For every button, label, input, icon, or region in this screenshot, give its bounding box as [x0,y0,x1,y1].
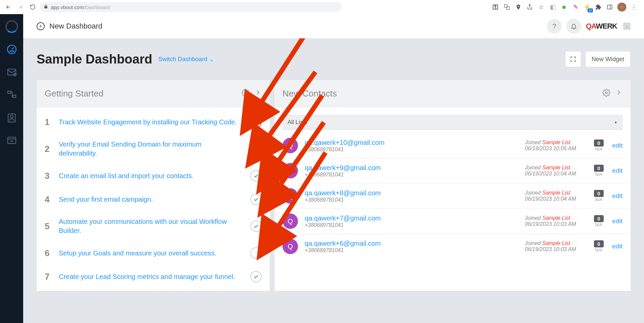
contact-avatar: Q [283,163,298,178]
switch-dashboard-link[interactable]: Switch Dashboard ⌄ [158,55,214,63]
contact-avatar: Q [283,239,298,254]
step-link[interactable]: Track Website Engagement by installing o… [59,118,244,127]
edit-link[interactable]: edit [612,243,622,250]
ext-icon-2[interactable]: ■ [560,3,568,11]
new-contacts-panel: New Contacts All Lists ▼ [274,80,631,291]
step-number: 3 [45,171,52,181]
contact-joined: Joined Sample List06/19/2023 10:04 AM [525,165,585,177]
notifications-button[interactable] [566,19,581,34]
svg-point-13 [245,92,247,94]
address-bar[interactable]: app.vbout.com/Dashboard [40,2,342,12]
edit-link[interactable]: edit [612,167,622,174]
panel-title: Getting Started [45,88,103,99]
extensions-icon[interactable] [594,3,602,11]
contact-email-link[interactable]: qa.qawerk+7@gmail.com [305,214,518,222]
share-icon[interactable] [526,3,534,11]
ext-icon-3[interactable]: ✎ [571,3,579,11]
step-link[interactable]: Create an email list and import your con… [59,171,244,180]
contact-email-link[interactable]: qa.qawerk+10@gmail.com [305,139,518,147]
contact-email-link[interactable]: qa.qawerk+8@gmail.com [305,189,518,197]
step-row: 4Send your first email campaign. [45,188,262,211]
nav-landing[interactable] [5,134,18,147]
chevron-right-icon[interactable] [615,89,622,99]
contact-avatar: Q [283,138,298,153]
filter-label: All Lists [288,119,307,126]
getting-started-panel: Getting Started 1Track Website Engagemen… [37,80,270,291]
step-status-icon [250,247,262,259]
edit-link[interactable]: edit [612,142,622,149]
translate-icon[interactable] [503,3,511,11]
chevron-down-icon: ⌄ [209,56,214,63]
step-link[interactable]: Automate your communications with our vi… [59,217,244,235]
step-status-icon [250,194,262,205]
profile-avatar[interactable] [617,2,627,12]
step-row: 2Verify your Email Sending Domain for ma… [45,134,262,164]
step-link[interactable]: Verify your Email Sending Domain for max… [59,140,244,158]
step-link[interactable]: Setup your Goals and measure your overal… [59,249,244,258]
page-title: Sample Dashboard [37,52,152,67]
key-icon[interactable]: ⚿ [491,3,500,11]
svg-point-10 [10,115,13,118]
contact-phone: +380689781041 [305,172,518,178]
step-number: 4 [45,194,52,205]
new-widget-button[interactable]: New Widget [585,51,631,67]
step-link[interactable]: Create your Lead Scoring metrics and man… [59,272,244,281]
edit-link[interactable]: edit [612,192,622,200]
contact-email-link[interactable]: qa.qawerk+9@gmail.com [305,164,518,172]
svg-rect-8 [12,95,15,97]
contact-row: Qqa.qawerk+8@gmail.com+380689781041Joine… [274,184,631,209]
account-logo[interactable]: QAWERK [586,22,617,31]
fullscreen-button[interactable] [565,51,581,67]
svg-rect-5 [8,69,16,75]
gear-icon[interactable] [242,89,250,99]
new-dashboard-link[interactable]: New Dashboard [49,22,102,31]
step-link[interactable]: Send your first email campaign. [59,195,244,204]
contact-phone: +380689781041 [305,147,518,153]
help-button[interactable]: ? [547,19,562,34]
nav-contacts[interactable] [5,112,18,124]
sidepanel-icon[interactable] [606,3,614,11]
step-number: 1 [45,117,52,127]
contact-count: 0N/A [592,190,605,202]
contact-count: 0N/A [592,215,605,227]
url-host: app.vbout.com/Dashboard [51,4,110,10]
ext-icon-1[interactable]: ◧ [549,3,557,11]
contact-joined: Joined Sample List06/19/2023 10:04 AM [525,190,585,202]
step-status-icon [250,143,262,155]
ext-icon-4[interactable]: ⚡ [583,3,591,11]
contact-joined: Joined Sample List06/19/2023 10:05 AM [525,139,585,152]
step-row: 3Create an email list and import your co… [45,164,262,188]
step-number: 6 [45,248,52,258]
contact-avatar: Q [283,188,298,204]
list-filter-select[interactable]: All Lists ▼ [283,115,622,130]
sidebar [0,14,23,323]
nav-email[interactable] [5,66,18,79]
step-status-icon [250,220,262,232]
nav-dashboard[interactable] [5,43,18,56]
menu-icon[interactable]: ⋮ [630,3,638,11]
back-button[interactable] [3,2,13,12]
account-menu-toggle[interactable]: ⌄ [623,23,631,30]
svg-rect-2 [607,5,612,9]
app-logo[interactable] [5,20,18,33]
add-dashboard-icon[interactable]: + [37,22,45,30]
contact-row: Qqa.qawerk+7@gmail.com+380689781041Joine… [274,209,631,234]
step-row: 5Automate your communications with our v… [45,211,262,241]
contact-joined: Joined Sample List06/19/2023 10:03 AM [525,240,585,252]
nav-automation[interactable] [5,89,18,102]
contact-count: 0N/A [592,165,605,177]
step-row: 6Setup your Goals and measure your overa… [45,241,262,265]
gear-icon[interactable] [602,89,610,99]
contact-count: 0N/A [592,240,605,252]
contact-email-link[interactable]: qa.qawerk+6@gmail.com [305,240,518,247]
reload-button[interactable] [28,2,38,12]
step-number: 5 [45,221,52,232]
edit-link[interactable]: edit [612,217,622,225]
contact-phone: +380689781041 [305,197,518,203]
contact-phone: +380689781041 [305,247,518,253]
bookmark-icon[interactable]: ☆ [537,3,545,11]
chevron-right-icon[interactable] [254,89,262,99]
location-icon[interactable] [514,3,522,11]
contact-joined: Joined Sample List06/19/2023 10:03 AM [525,215,585,227]
forward-button[interactable] [15,2,26,12]
